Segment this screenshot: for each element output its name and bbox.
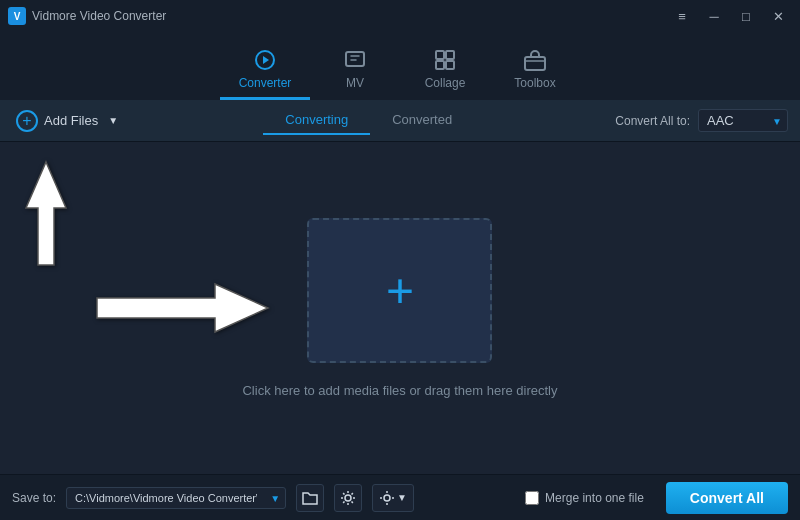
title-bar: V Vidmore Video Converter ≡ ─ □ ✕ — [0, 0, 800, 32]
main-content: + Click here to add media files or drag … — [0, 142, 800, 474]
svg-rect-6 — [446, 61, 454, 69]
tab-collage-label: Collage — [425, 76, 466, 90]
drop-box[interactable]: + — [307, 218, 492, 363]
drop-hint: Click here to add media files or drag th… — [242, 383, 557, 398]
svg-marker-10 — [97, 284, 268, 332]
maximize-button[interactable]: □ — [732, 6, 760, 26]
convert-all-to-label: Convert All to: — [615, 114, 690, 128]
tab-mv-label: MV — [346, 76, 364, 90]
add-files-label: Add Files — [44, 113, 98, 128]
save-path-input[interactable] — [66, 487, 286, 509]
close-button[interactable]: ✕ — [764, 6, 792, 26]
right-arrow-annotation — [95, 278, 270, 338]
up-arrow-annotation — [20, 160, 72, 270]
minimize-button[interactable]: ─ — [700, 6, 728, 26]
merge-label: Merge into one file — [545, 491, 644, 505]
gear-dropdown-arrow: ▼ — [397, 492, 407, 503]
tab-converter[interactable]: Converter — [220, 40, 310, 100]
bottom-bar: Save to: ▼ ▼ Merge into one file Convert… — [0, 474, 800, 520]
title-bar-controls: ≡ ─ □ ✕ — [668, 6, 792, 26]
add-circle-icon: + — [16, 110, 38, 132]
folder-icon — [302, 491, 318, 505]
title-bar-left: V Vidmore Video Converter — [8, 7, 166, 25]
add-files-dropdown[interactable]: ▼ — [104, 110, 122, 132]
svg-rect-7 — [525, 57, 545, 70]
save-to-label: Save to: — [12, 491, 56, 505]
converter-icon — [253, 48, 277, 72]
app-title: Vidmore Video Converter — [32, 9, 166, 23]
svg-marker-9 — [26, 162, 66, 265]
settings-icon-btn[interactable] — [334, 484, 362, 512]
nav-tabs: Converter MV Collage Toolbox — [0, 32, 800, 100]
drop-zone[interactable]: + Click here to add media files or drag … — [242, 218, 557, 398]
gear-icon — [379, 490, 395, 506]
tab-collage[interactable]: Collage — [400, 40, 490, 100]
svg-marker-1 — [263, 56, 269, 64]
add-files-button[interactable]: + Add Files — [12, 106, 106, 136]
toolbar-tab-converted[interactable]: Converted — [370, 106, 474, 135]
mv-icon — [343, 48, 367, 72]
menu-button[interactable]: ≡ — [668, 6, 696, 26]
format-select-wrapper: AAC MP3 MP4 AVI MOV MKV ▼ — [698, 109, 788, 132]
svg-point-11 — [345, 495, 351, 501]
tab-toolbox[interactable]: Toolbox — [490, 40, 580, 100]
tab-mv[interactable]: MV — [310, 40, 400, 100]
toolbar: + Add Files ▼ Converting Converted Conve… — [0, 100, 800, 142]
tab-converter-label: Converter — [239, 76, 292, 90]
convert-all-button[interactable]: Convert All — [666, 482, 788, 514]
settings-icon — [340, 490, 356, 506]
svg-rect-5 — [436, 61, 444, 69]
gear-icon-btn[interactable]: ▼ — [372, 484, 414, 512]
convert-all-to: Convert All to: AAC MP3 MP4 AVI MOV MKV … — [615, 109, 788, 132]
save-path-wrapper: ▼ — [66, 487, 286, 509]
svg-point-12 — [384, 495, 390, 501]
drop-plus-icon: + — [386, 267, 414, 315]
collage-icon — [433, 48, 457, 72]
app-logo: V — [8, 7, 26, 25]
toolbar-tab-converting[interactable]: Converting — [263, 106, 370, 135]
toolbox-icon — [523, 48, 547, 72]
svg-rect-2 — [346, 52, 364, 66]
folder-icon-btn[interactable] — [296, 484, 324, 512]
merge-checkbox[interactable] — [525, 491, 539, 505]
format-select[interactable]: AAC MP3 MP4 AVI MOV MKV — [698, 109, 788, 132]
svg-rect-4 — [446, 51, 454, 59]
tab-toolbox-label: Toolbox — [514, 76, 555, 90]
svg-rect-3 — [436, 51, 444, 59]
toolbar-tabs: Converting Converted — [122, 106, 615, 135]
merge-wrapper: Merge into one file — [525, 491, 644, 505]
